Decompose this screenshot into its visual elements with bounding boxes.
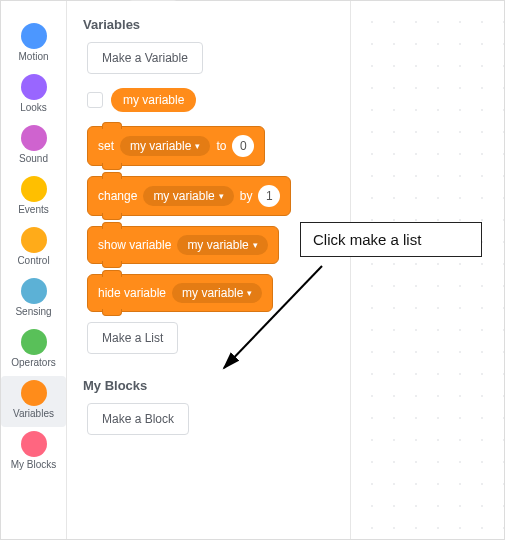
section-title-myblocks: My Blocks [83, 378, 338, 393]
make-block-button[interactable]: Make a Block [87, 403, 189, 435]
category-label: Events [1, 204, 66, 215]
category-sound[interactable]: Sound [1, 121, 66, 172]
scratch-editor: MotionLooksSoundEventsControlSensingOper… [0, 0, 505, 540]
chevron-down-icon: ▾ [219, 191, 224, 201]
category-control[interactable]: Control [1, 223, 66, 274]
set-variable-block[interactable]: set my variable ▾ to 0 [87, 126, 265, 166]
block-text: change [98, 189, 137, 203]
category-sensing[interactable]: Sensing [1, 274, 66, 325]
category-label: Control [1, 255, 66, 266]
block-text: hide variable [98, 286, 166, 300]
category-dot-icon [21, 176, 47, 202]
variable-reporter-block[interactable]: my variable [111, 88, 196, 112]
category-dot-icon [21, 329, 47, 355]
chevron-down-icon: ▾ [247, 288, 252, 298]
category-column: MotionLooksSoundEventsControlSensingOper… [1, 1, 67, 539]
category-motion[interactable]: Motion [1, 19, 66, 70]
category-my-blocks[interactable]: My Blocks [1, 427, 66, 478]
category-variables[interactable]: Variables [1, 376, 66, 427]
number-input[interactable]: 0 [232, 135, 254, 157]
variable-row: my variable [87, 88, 338, 112]
make-list-button[interactable]: Make a List [87, 322, 178, 354]
block-text: show variable [98, 238, 171, 252]
chevron-down-icon: ▾ [195, 141, 200, 151]
annotation-text: Click make a list [313, 231, 421, 248]
variable-name: my variable [123, 93, 184, 107]
category-label: Looks [1, 102, 66, 113]
number-input[interactable]: 1 [258, 185, 280, 207]
category-operators[interactable]: Operators [1, 325, 66, 376]
category-dot-icon [21, 23, 47, 49]
change-variable-block[interactable]: change my variable ▾ by 1 [87, 176, 291, 216]
hide-variable-block[interactable]: hide variable my variable ▾ [87, 274, 273, 312]
category-dot-icon [21, 380, 47, 406]
category-dot-icon [21, 74, 47, 100]
category-label: Variables [1, 408, 66, 419]
annotation-callout: Click make a list [300, 222, 482, 257]
category-events[interactable]: Events [1, 172, 66, 223]
section-title-variables: Variables [83, 17, 338, 32]
category-looks[interactable]: Looks [1, 70, 66, 121]
category-dot-icon [21, 227, 47, 253]
category-label: Operators [1, 357, 66, 368]
category-dot-icon [21, 278, 47, 304]
variable-dropdown[interactable]: my variable ▾ [120, 136, 210, 156]
chevron-down-icon: ▾ [253, 240, 258, 250]
show-variable-block[interactable]: show variable my variable ▾ [87, 226, 279, 264]
stage-area[interactable] [351, 1, 504, 539]
category-label: Motion [1, 51, 66, 62]
variable-dropdown[interactable]: my variable ▾ [143, 186, 233, 206]
block-palette: Variables Make a Variable my variable se… [67, 1, 351, 539]
category-dot-icon [21, 125, 47, 151]
variable-dropdown[interactable]: my variable ▾ [177, 235, 267, 255]
stage-grid [351, 1, 504, 539]
category-dot-icon [21, 431, 47, 457]
category-label: Sensing [1, 306, 66, 317]
category-label: Sound [1, 153, 66, 164]
block-text: set [98, 139, 114, 153]
category-label: My Blocks [1, 459, 66, 470]
block-text: by [240, 189, 253, 203]
block-text: to [216, 139, 226, 153]
make-variable-button[interactable]: Make a Variable [87, 42, 203, 74]
variable-dropdown[interactable]: my variable ▾ [172, 283, 262, 303]
variable-checkbox[interactable] [87, 92, 103, 108]
